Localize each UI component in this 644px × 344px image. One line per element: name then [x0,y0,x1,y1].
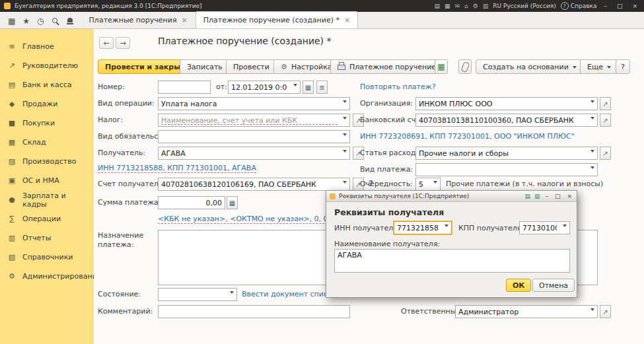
comment-input[interactable] [158,305,350,318]
envelope-icon[interactable]: ✉ [454,3,460,9]
dropdown-icon[interactable] [340,178,349,190]
favorites-star-icon[interactable]: ★ [22,17,30,25]
dialog-close-button[interactable]: × [565,193,573,199]
sidebar-item-manager[interactable]: ↗Руководителю [0,56,94,75]
bank-account-input[interactable] [416,114,587,126]
help-link[interactable]: ? Справка [561,2,597,10]
menu-grid-icon[interactable]: ▦ [8,17,15,25]
payment-type-input[interactable] [416,164,587,176]
dropdown-icon[interactable] [587,114,597,126]
dropdown-icon[interactable] [441,222,451,234]
open-organization-icon[interactable]: ↗ [600,97,611,110]
responsible-input[interactable] [456,306,587,318]
post-button[interactable]: Провести [226,59,277,74]
inn-field[interactable] [394,221,452,234]
sidebar-item-reports[interactable]: ▥Отчеты [0,228,94,248]
priority-input[interactable] [416,178,430,190]
history-clock-icon[interactable]: ◷ [37,17,44,25]
recipient-account-field[interactable] [158,178,350,191]
tab-close-icon[interactable]: × [344,16,350,24]
sidebar-item-main[interactable]: ≡Главное [0,37,94,56]
dropdown-icon[interactable] [587,306,597,318]
sidebar-item-directories[interactable]: ▧Справочники [0,248,94,267]
open-bank-account-icon[interactable]: ↗ [600,114,611,127]
dropdown-icon[interactable] [559,222,569,234]
minimize-button[interactable]: – [601,3,610,9]
dropdown-icon[interactable] [340,131,349,143]
state-input[interactable] [159,289,227,300]
form-help-button[interactable]: ? [616,59,630,74]
forward-button[interactable]: → [116,37,130,49]
organization-input[interactable] [416,98,587,110]
expense-item-field[interactable] [415,147,598,160]
tax-input[interactable] [159,114,340,126]
bank-account-field[interactable] [415,114,598,127]
kpp-field[interactable] [519,221,570,234]
language-indicator[interactable]: RU Русский (Россия) [493,3,555,9]
dropdown-icon[interactable] [587,164,597,176]
tax-field[interactable] [158,114,350,127]
dropdown-icon[interactable] [340,114,349,126]
open-expense-item-icon[interactable]: ↗ [600,147,611,160]
calculator-icon[interactable]: ▦ [227,196,238,209]
service-icon-4[interactable]: ⚙ [473,3,478,9]
calendar-dropdown-icon[interactable] [290,81,300,93]
expense-item-input[interactable] [416,147,587,159]
number-input[interactable] [158,81,211,94]
close-button[interactable]: × [629,3,640,9]
sidebar-item-fixed-assets[interactable]: ▣ОС и НМА [0,171,94,190]
date-field[interactable] [228,81,301,94]
settings-button[interactable]: ⚙ Настройка [273,59,340,74]
tab-close-icon[interactable]: × [182,16,188,24]
create-based-on-button[interactable]: Создать на основании [476,59,584,74]
more-button[interactable]: Еще [580,59,618,74]
calendar-icon[interactable]: ▦ [303,81,314,94]
recipient-account-input[interactable] [159,178,340,190]
obligation-type-field[interactable] [158,130,350,143]
service-icon-2[interactable]: ▦ [445,3,450,9]
maximize-button[interactable]: □ [614,3,626,9]
dropdown-icon[interactable] [227,289,236,300]
sidebar-item-purchases[interactable]: ■Покупки [0,114,94,133]
register-report-button[interactable]: ▦ [435,59,448,74]
dropdown-icon[interactable] [587,147,597,159]
operation-type-input[interactable] [159,98,340,110]
dialog-panel-icon-2[interactable]: ▥ [534,193,540,199]
service-icon-3[interactable]: ⌂ [464,3,468,9]
sidebar-item-production[interactable]: ▨Производство [0,152,94,171]
repeat-payment-link[interactable]: Повторять платеж? [360,83,436,91]
attachments-button[interactable] [458,59,472,74]
tab-payment-orders-list[interactable]: Платежные поручения × [81,11,196,28]
date-input[interactable] [229,81,290,93]
sidebar-item-sales[interactable]: ◆Продажи [0,94,94,114]
write-button[interactable]: Записать [180,59,230,74]
sidebar-item-salary-hr[interactable]: ●Зарплата и кадры [0,190,94,209]
sidebar-item-operations[interactable]: ∑Операции [0,209,94,228]
organization-inn-link[interactable]: ИНН 7723208691, КПП 772301001, ООО "ИНКО… [360,132,575,141]
obligation-type-input[interactable] [159,131,340,143]
recipient-name-textarea[interactable]: АГАВА [334,249,570,273]
print-payment-order-button[interactable]: Платежное поручение [330,59,443,74]
recipient-inn-link[interactable]: ИНН 7713218588, КПП 771301001, АГАВА [98,164,256,173]
dialog-minimize-button[interactable]: – [544,193,550,199]
amount-input[interactable] [158,196,225,209]
responsible-field[interactable] [455,305,598,318]
dialog-maximize-button[interactable]: □ [554,193,562,199]
priority-field[interactable] [415,178,441,191]
back-button[interactable]: ← [99,37,114,49]
inn-input[interactable] [394,222,441,234]
search-icon[interactable] [52,17,59,25]
sidebar-item-warehouse[interactable]: ▦Склад [0,133,94,152]
open-responsible-icon[interactable]: ↗ [600,305,611,318]
list-icon[interactable]: ≣ [316,81,328,94]
organization-field[interactable] [415,97,598,110]
tab-payment-order-create[interactable]: Платежное поручение (создание) * × [196,11,358,28]
payment-type-field[interactable] [415,163,598,176]
service-icon-5[interactable]: ▥ [483,3,489,9]
cancel-button[interactable]: Отмена [532,279,575,292]
recipient-input[interactable] [159,147,340,159]
dropdown-icon[interactable] [430,178,440,190]
kpp-input[interactable] [520,222,559,234]
state-field[interactable] [158,288,237,301]
dropdown-icon[interactable] [340,147,349,159]
